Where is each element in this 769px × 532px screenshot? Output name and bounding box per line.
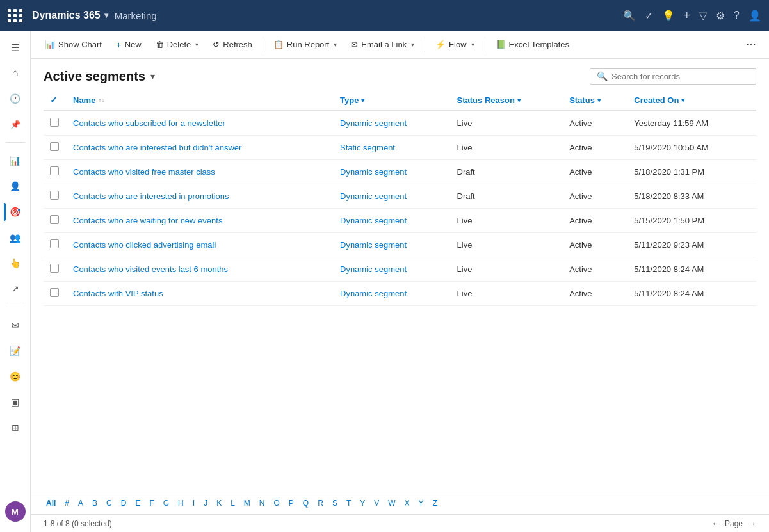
- alpha-btn-M[interactable]: M: [241, 497, 253, 509]
- prev-page-button[interactable]: ←: [711, 519, 720, 528]
- row-type-5[interactable]: Dynamic segment: [334, 233, 451, 257]
- row-checkbox-1[interactable]: [44, 136, 67, 160]
- search-box[interactable]: 🔍: [590, 68, 756, 85]
- alpha-btn-B[interactable]: B: [90, 497, 100, 509]
- refresh-button[interactable]: ↺ Refresh: [206, 36, 259, 52]
- brand-name[interactable]: Dynamics 365 ▾: [32, 10, 108, 21]
- col-name[interactable]: Name ↑↓: [67, 90, 334, 111]
- row-name-4[interactable]: Contacts who are waiting for new events: [67, 209, 334, 233]
- row-checkbox-2[interactable]: [44, 160, 67, 184]
- user-avatar[interactable]: M: [5, 501, 26, 522]
- alpha-btn-#[interactable]: #: [62, 497, 72, 509]
- created-chevron-icon[interactable]: ▾: [681, 97, 684, 104]
- alpha-btn-Q[interactable]: Q: [300, 497, 311, 509]
- alpha-btn-R[interactable]: R: [315, 497, 326, 509]
- sidebar-leads-icon[interactable]: 👥: [4, 226, 27, 249]
- app-launcher-icon[interactable]: [8, 9, 23, 22]
- row-type-0[interactable]: Dynamic segment: [334, 111, 451, 136]
- status-reason-chevron-icon[interactable]: ▾: [517, 97, 521, 104]
- col-status-reason[interactable]: Status Reason ▾: [451, 90, 563, 111]
- sidebar-social-icon[interactable]: 😊: [4, 365, 27, 388]
- search-records-input[interactable]: [611, 72, 749, 81]
- alpha-btn-All[interactable]: All: [44, 497, 58, 509]
- alpha-btn-W[interactable]: W: [385, 497, 398, 509]
- row-type-3[interactable]: Dynamic segment: [334, 184, 451, 209]
- filter-icon[interactable]: ▽: [699, 10, 707, 22]
- sidebar-contacts-icon[interactable]: 👤: [4, 175, 27, 198]
- show-chart-button[interactable]: 📊 Show Chart: [38, 36, 108, 52]
- email-link-button[interactable]: ✉ Email a Link: [344, 36, 421, 52]
- row-name-2[interactable]: Contacts who visited free master class: [67, 160, 334, 184]
- row-checkbox-3[interactable]: [44, 184, 67, 209]
- row-name-5[interactable]: Contacts who clicked advertising email: [67, 233, 334, 257]
- sidebar-pinned-icon[interactable]: 📌: [4, 113, 27, 136]
- row-type-2[interactable]: Dynamic segment: [334, 160, 451, 184]
- row-type-4[interactable]: Dynamic segment: [334, 209, 451, 233]
- alpha-btn-P[interactable]: P: [286, 497, 296, 509]
- row-checkbox-0[interactable]: [44, 111, 67, 136]
- alpha-btn-Y[interactable]: Y: [357, 497, 368, 509]
- row-name-3[interactable]: Contacts who are interested in promotion…: [67, 184, 334, 209]
- alpha-btn-D[interactable]: D: [118, 497, 129, 509]
- sidebar-email-icon[interactable]: ✉: [4, 314, 27, 337]
- col-status[interactable]: Status ▾: [563, 90, 627, 111]
- alpha-btn-N[interactable]: N: [257, 497, 268, 509]
- alpha-btn-G[interactable]: G: [161, 497, 172, 509]
- alpha-btn-I[interactable]: I: [190, 497, 197, 509]
- row-checkbox-4[interactable]: [44, 209, 67, 233]
- row-type-6[interactable]: Dynamic segment: [334, 257, 451, 282]
- alpha-btn-Y[interactable]: Y: [416, 497, 426, 509]
- search-icon[interactable]: 🔍: [623, 10, 636, 22]
- insights-icon[interactable]: 💡: [662, 10, 675, 22]
- status-chevron-icon[interactable]: ▾: [597, 97, 601, 104]
- sidebar-dashboard-icon[interactable]: 📊: [4, 149, 27, 172]
- row-name-7[interactable]: Contacts with VIP status: [67, 282, 334, 306]
- sidebar-hamburger-icon[interactable]: ☰: [4, 36, 27, 59]
- sidebar-pages-icon[interactable]: ▣: [4, 391, 27, 414]
- alpha-btn-C[interactable]: C: [104, 497, 115, 509]
- sidebar-journeys-icon[interactable]: ↗: [4, 277, 27, 300]
- next-page-button[interactable]: →: [748, 519, 756, 528]
- type-chevron-icon[interactable]: ▾: [361, 97, 364, 104]
- page-title-chevron-icon[interactable]: ▾: [150, 71, 155, 81]
- row-checkbox-7[interactable]: [44, 282, 67, 306]
- col-type[interactable]: Type ▾: [334, 90, 451, 111]
- delete-button[interactable]: 🗑 Delete: [149, 36, 206, 52]
- row-checkbox-6[interactable]: [44, 257, 67, 282]
- alpha-btn-S[interactable]: S: [330, 497, 340, 509]
- new-icon[interactable]: +: [684, 9, 691, 22]
- sidebar-segments-icon[interactable]: 🎯: [4, 200, 27, 223]
- alpha-btn-T[interactable]: T: [344, 497, 353, 509]
- row-name-1[interactable]: Contacts who are interested but didn't a…: [67, 136, 334, 160]
- sidebar-forms-icon[interactable]: 📝: [4, 339, 27, 362]
- alpha-btn-H[interactable]: H: [175, 497, 186, 509]
- alpha-btn-O[interactable]: O: [271, 497, 282, 509]
- excel-templates-button[interactable]: 📗 Excel Templates: [489, 36, 576, 52]
- settings-icon[interactable]: ⚙: [716, 10, 725, 22]
- row-type-1[interactable]: Static segment: [334, 136, 451, 160]
- tasks-icon[interactable]: ✓: [645, 10, 653, 22]
- alpha-btn-K[interactable]: K: [214, 497, 224, 509]
- run-report-button[interactable]: 📋 Run Report: [267, 36, 343, 52]
- alpha-btn-F[interactable]: F: [147, 497, 156, 509]
- select-all-checkbox[interactable]: ✓: [44, 90, 67, 111]
- row-checkbox-5[interactable]: [44, 233, 67, 257]
- alpha-btn-J[interactable]: J: [201, 497, 210, 509]
- row-name-6[interactable]: Contacts who visited events last 6 month…: [67, 257, 334, 282]
- sidebar-home-icon[interactable]: ⌂: [4, 61, 27, 85]
- alpha-btn-L[interactable]: L: [228, 497, 238, 509]
- help-icon[interactable]: ?: [734, 10, 740, 21]
- alpha-btn-V[interactable]: V: [371, 497, 382, 509]
- col-created-on[interactable]: Created On ▾: [627, 90, 756, 111]
- new-button[interactable]: + New: [109, 36, 148, 53]
- row-type-7[interactable]: Dynamic segment: [334, 282, 451, 306]
- sidebar-recent-icon[interactable]: 🕐: [4, 87, 27, 110]
- name-sort-icon[interactable]: ↑↓: [98, 97, 104, 104]
- alpha-btn-E[interactable]: E: [133, 497, 143, 509]
- user-icon[interactable]: 👤: [749, 10, 761, 22]
- brand-chevron-icon[interactable]: ▾: [104, 11, 108, 20]
- toolbar-more-icon[interactable]: ⋯: [741, 36, 761, 53]
- flow-button[interactable]: ⚡ Flow: [429, 36, 480, 52]
- alpha-btn-A[interactable]: A: [76, 497, 86, 509]
- alpha-btn-X[interactable]: X: [402, 497, 412, 509]
